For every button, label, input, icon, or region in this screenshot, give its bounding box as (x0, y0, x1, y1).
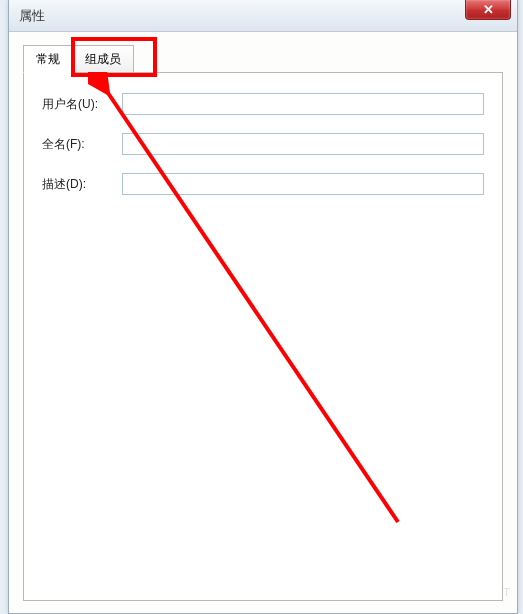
tab-members[interactable]: 组成员 (72, 45, 134, 73)
window-title: 属性 (19, 7, 45, 25)
row-description: 描述(D): (42, 173, 484, 195)
close-button[interactable]: ✕ (465, 0, 511, 20)
input-username[interactable] (122, 93, 484, 115)
tab-strip: 常规 组成员 (23, 45, 503, 73)
close-icon: ✕ (483, 2, 494, 17)
tab-general[interactable]: 常规 (23, 45, 73, 73)
properties-dialog: 属性 ✕ 常规 组成员 用户名(U): 全名(F): 描述(D): (8, 0, 518, 614)
row-fullname: 全名(F): (42, 133, 484, 155)
input-description[interactable] (122, 173, 484, 195)
label-fullname: 全名(F): (42, 136, 122, 153)
input-fullname[interactable] (122, 133, 484, 155)
tab-panel-general: 用户名(U): 全名(F): 描述(D): (23, 72, 503, 601)
row-username: 用户名(U): (42, 93, 484, 115)
dialog-content: 常规 组成员 用户名(U): 全名(F): 描述(D): (9, 32, 517, 613)
titlebar: 属性 ✕ (9, 0, 517, 32)
label-username: 用户名(U): (42, 96, 122, 113)
label-description: 描述(D): (42, 176, 122, 193)
